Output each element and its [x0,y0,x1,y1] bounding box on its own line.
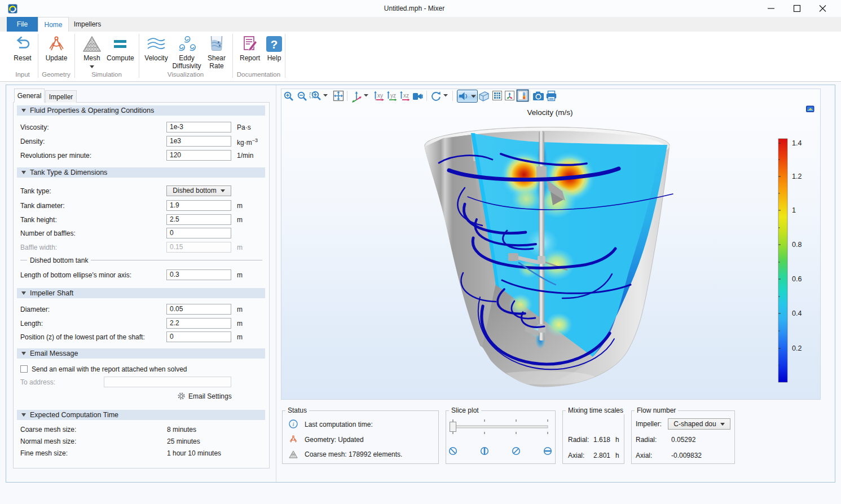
svg-text:0.8: 0.8 [792,241,802,249]
svg-text:0.2: 0.2 [792,344,802,352]
svg-text:1.2: 1.2 [792,173,802,180]
svg-text:xy: xy [377,92,383,99]
svg-text:0.4: 0.4 [792,310,802,317]
svg-text:Velocity (m/s): Velocity (m/s) [527,108,573,117]
svg-text:1: 1 [792,206,796,214]
svg-text:?: ? [271,38,278,51]
svg-text:i: i [292,421,294,427]
svg-text:yz: yz [390,92,396,99]
svg-text:xz: xz [403,92,409,99]
svg-text:1.4: 1.4 [792,139,802,147]
svg-text:0.6: 0.6 [792,275,802,283]
